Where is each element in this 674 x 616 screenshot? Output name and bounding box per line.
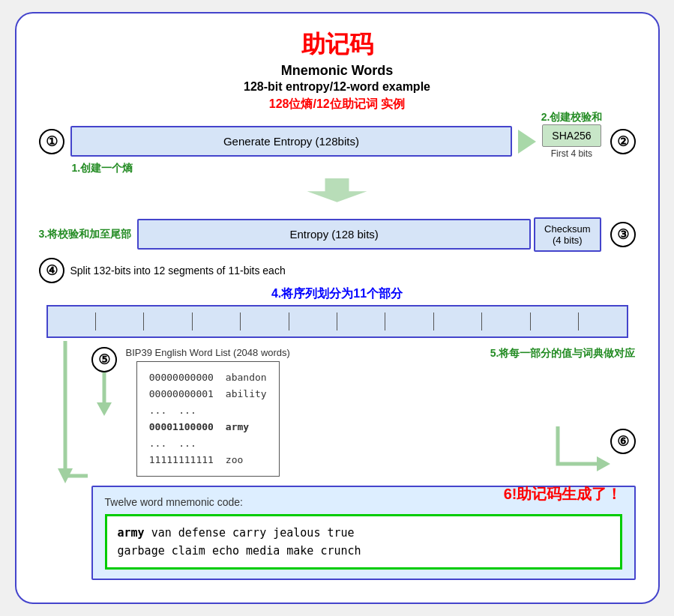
bip39-row-dots2: ... ...: [149, 435, 267, 452]
step3-circle-wrap: ③: [610, 222, 636, 247]
right-main: ⑤ BIP39 English Word List (2048 words) 0…: [91, 341, 636, 581]
step2-zh-label: 2.创建校验和: [541, 111, 603, 124]
step4-desc-row: ④ Split 132-bits into 12 segments of 11-…: [39, 258, 636, 283]
step5-down-arrow: [93, 372, 115, 417]
step5-circle: ⑤: [91, 347, 117, 372]
sha-col: SHA256 First 4 bits: [542, 124, 601, 159]
step2-circle: ②: [610, 129, 636, 154]
wordlist-col: BIP39 English Word List (2048 words) 000…: [126, 347, 290, 477]
bip39-row-army: 00001100000 army: [149, 419, 267, 435]
subtitle-en: 128-bit entropy/12-word example: [39, 80, 636, 94]
bip39-row-dots1: ... ...: [149, 402, 267, 419]
title-en: Mnemonic Words: [39, 63, 636, 79]
step3-row: 3.将校验和加至尾部 Entropy (128 bits) Checksum(4…: [39, 217, 636, 252]
step5-circle-col: ⑤: [91, 347, 117, 417]
step6-arrow-col: ⑥: [550, 411, 636, 471]
step5-zh-label: 5.将每一部分的值与词典做对应: [490, 347, 636, 360]
svg-marker-2: [97, 402, 112, 416]
step5-to-6-arrow: [550, 411, 610, 471]
main-container: 助记码 Mnemonic Words 128-bit entropy/12-wo…: [15, 12, 660, 605]
lower-section: ⑤ BIP39 English Word List (2048 words) 0…: [39, 341, 636, 581]
step5-area: ⑤ BIP39 English Word List (2048 words) 0…: [91, 347, 636, 477]
step6-circle: ⑥: [610, 429, 636, 454]
first4-label: First 4 bits: [551, 148, 592, 159]
checksum-label: Checksum(4 bits): [544, 223, 590, 246]
step1-entropy-box: Generate Entropy (128bits): [70, 126, 513, 157]
sha-box: SHA256: [542, 124, 601, 147]
down-arrow-1: [39, 178, 636, 202]
step3-circle: ③: [610, 222, 636, 247]
step4-zh-label: 4.将序列划分为11个部分: [39, 286, 636, 302]
step1-row: ① Generate Entropy (128bits) SHA256 Firs…: [39, 124, 636, 159]
subtitle-zh: 128位熵/12位助记词 实例: [39, 97, 636, 112]
step1-zh-label: 1.创建一个熵: [72, 162, 636, 175]
bip39-row-0: 00000000000 abandon: [149, 369, 267, 386]
left-arrows: [39, 341, 91, 581]
left-arrow-svg: [43, 341, 88, 506]
fat-arrow-shape: [307, 178, 367, 202]
step3-zh-label: 3.将校验和加至尾部: [39, 228, 132, 241]
mnemonic-rest: van defense carry jealous truegarbage cl…: [118, 526, 361, 558]
step6-zh-label: 6!助记码生成了！: [504, 484, 622, 504]
mnemonic-code-box: army van defense carry jealous truegarba…: [105, 514, 622, 570]
mnemonic-section: 6!助记码生成了！ Twelve word mnemonic code: arm…: [91, 486, 636, 580]
checksum-box: Checksum(4 bits): [534, 217, 601, 252]
step1-circle: ①: [39, 129, 64, 154]
step4-label: Split 132-bits into 12 segments of 11-bi…: [70, 265, 286, 277]
step5-right-col: 5.将每一部分的值与词典做对应 ⑥: [299, 347, 636, 471]
title-zh: 助记码: [39, 28, 636, 61]
bip39-label: BIP39 English Word List (2048 words): [126, 347, 290, 358]
bip39-row-1: 00000000001 ability: [149, 386, 267, 402]
mnemonic-first-word: army: [118, 526, 145, 540]
bip39-box: 00000000000 abandon 00000000001 ability …: [136, 361, 280, 477]
segments-bar: [46, 305, 628, 338]
step4-circle: ④: [39, 258, 64, 283]
step3-entropy-box: Entropy (128 bits): [137, 219, 531, 250]
svg-marker-3: [597, 456, 610, 471]
step1-arrow: [518, 130, 536, 154]
bip39-row-zoo: 11111111111 zoo: [149, 452, 267, 468]
